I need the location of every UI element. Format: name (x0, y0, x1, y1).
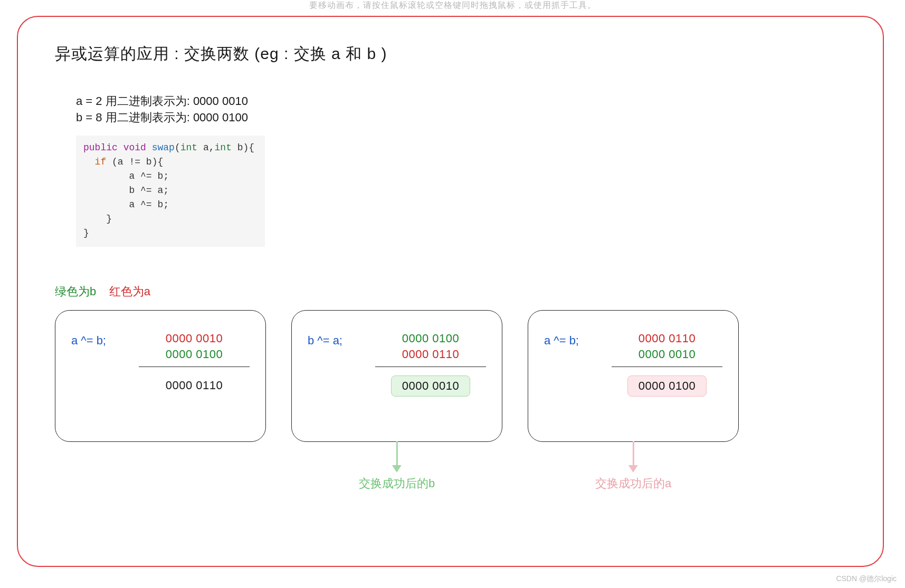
xor-step-card: a ^= b;0000 01100000 00100000 0100交换成功后的… (528, 310, 739, 442)
binary-intro: a = 2 用二进制表示为: 0000 0010 b = 8 用二进制表示为: … (76, 93, 846, 126)
xor-step-card: a ^= b;0000 00100000 01000000 0110 (55, 310, 266, 442)
calc-column: 0000 01100000 00100000 0100 (612, 330, 722, 399)
param-b: b (237, 142, 243, 153)
intro-b-line: b = 8 用二进制表示为: 0000 0100 (76, 110, 846, 126)
kw-type-b: int (215, 142, 232, 153)
arrow-down-icon (392, 465, 402, 473)
legend-green: 绿色为b (55, 285, 96, 298)
kw-type-a: int (180, 142, 197, 153)
operand-row: 0000 0100 (375, 332, 486, 345)
operation-label: b ^= a; (308, 334, 342, 348)
param-a: a (203, 142, 209, 153)
kw-void: void (123, 142, 146, 153)
result-row: 0000 0110 (155, 375, 234, 396)
arrow-caption: 交换成功后的b (359, 476, 435, 491)
result-arrow: 交换成功后的b (359, 441, 435, 491)
code-line-5: a ^= b; (129, 199, 169, 210)
operation-label: a ^= b; (544, 334, 579, 348)
result-arrow: 交换成功后的a (595, 441, 671, 491)
operand-row: 0000 0100 (139, 348, 250, 361)
code-line-3: a ^= b; (129, 171, 169, 181)
main-frame: 异或运算的应用 : 交换两数 (eg : 交换 a 和 b ) a = 2 用二… (17, 16, 884, 567)
operand-row: 0000 0110 (375, 348, 486, 361)
watermark: CSDN @德尔logic (836, 574, 897, 584)
canvas-hint-text: 要移动画布，请按住鼠标滚轮或空格键同时拖拽鼠标，或使用抓手工具。 (0, 0, 905, 11)
calc-column: 0000 00100000 01000000 0110 (139, 330, 250, 398)
arrow-down-icon (396, 441, 398, 466)
kw-if: if (95, 157, 107, 167)
kw-public: public (83, 142, 118, 153)
result-row: 0000 0010 (391, 375, 471, 397)
arrow-caption: 交换成功后的a (595, 476, 671, 491)
operation-label: a ^= b; (71, 334, 106, 348)
color-legend: 绿色为b 红色为a (55, 284, 846, 300)
arrow-down-icon (628, 465, 638, 473)
legend-red: 红色为a (109, 285, 150, 298)
operand-row: 0000 0010 (139, 332, 250, 345)
arrow-down-icon (633, 441, 634, 466)
xor-step-card: b ^= a;0000 01000000 01100000 0010交换成功后的… (291, 310, 502, 442)
code-block: public void swap(int a,int b){ if (a != … (76, 136, 265, 247)
result-row: 0000 0100 (627, 375, 707, 397)
operand-row: 0000 0010 (612, 348, 722, 361)
fn-name: swap (152, 142, 175, 153)
steps-row: a ^= b;0000 00100000 01000000 0110b ^= a… (55, 310, 846, 442)
operand-row: 0000 0110 (612, 332, 722, 345)
intro-a-line: a = 2 用二进制表示为: 0000 0010 (76, 93, 846, 110)
calc-column: 0000 01000000 01100000 0010 (375, 330, 486, 399)
code-line-4: b ^= a; (129, 185, 169, 196)
page-title: 异或运算的应用 : 交换两数 (eg : 交换 a 和 b ) (55, 43, 846, 65)
